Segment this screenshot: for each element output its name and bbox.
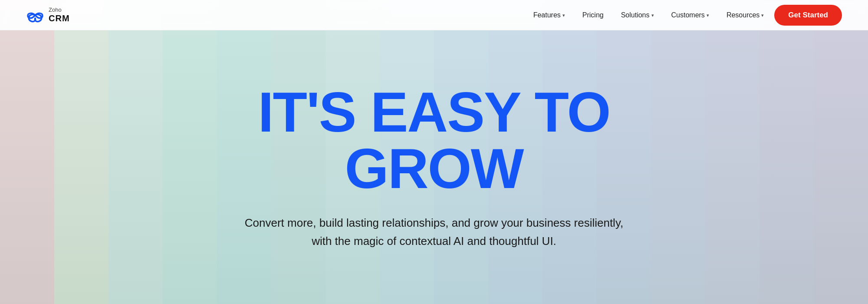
get-started-button[interactable]: Get Started [774,5,842,26]
chevron-down-icon: ▾ [651,13,654,18]
hero-subtitle-line2: with the magic of contextual AI and thou… [312,235,556,248]
hero-title-line1: IT'S EASY TO [258,80,610,144]
chevron-down-icon: ▾ [707,13,709,18]
bg-stripe-1 [0,0,54,304]
hero-content: IT'S EASY TO GROW Convert more, build la… [227,84,641,250]
hero-title: IT'S EASY TO GROW [245,84,623,197]
navbar: Zoho CRM Features ▾ Pricing Solutions ▾ … [0,0,868,30]
hero-title-line2: GROW [345,137,523,200]
nav-item-resources[interactable]: Resources ▾ [720,8,771,23]
bg-stripe-16 [814,0,868,304]
logo-zoho-label: Zoho [49,7,70,13]
bg-stripe-14 [705,0,760,304]
bg-stripe-13 [651,0,705,304]
zoho-crm-logo-icon [26,6,44,24]
chevron-down-icon: ▾ [562,13,565,18]
chevron-down-icon: ▾ [761,13,764,18]
bg-stripe-3 [108,0,163,304]
nav-links: Features ▾ Pricing Solutions ▾ Customers… [526,5,842,26]
bg-stripe-15 [760,0,814,304]
nav-item-features[interactable]: Features ▾ [526,8,572,23]
logo[interactable]: Zoho CRM [26,6,70,24]
logo-crm-label: CRM [49,13,70,23]
bg-stripe-2 [54,0,108,304]
hero-subtitle: Convert more, build lasting relationship… [245,214,623,250]
bg-stripe-4 [163,0,217,304]
hero-subtitle-line1: Convert more, build lasting relationship… [245,216,623,229]
nav-item-pricing[interactable]: Pricing [575,8,611,23]
nav-item-customers[interactable]: Customers ▾ [664,8,716,23]
hero-section: IT'S EASY TO GROW Convert more, build la… [0,0,868,304]
nav-item-solutions[interactable]: Solutions ▾ [614,8,661,23]
logo-text: Zoho CRM [49,7,70,23]
